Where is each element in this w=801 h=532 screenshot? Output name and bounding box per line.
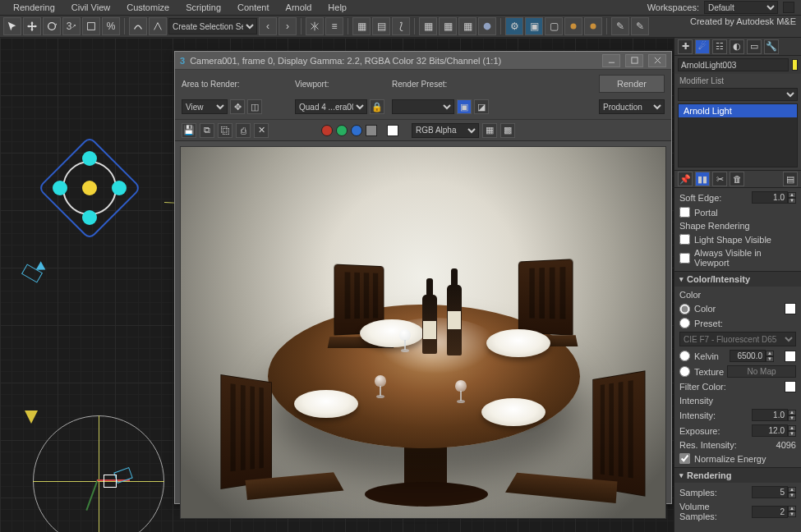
percent-snap-button[interactable]: %: [102, 17, 120, 35]
selection-prev-button[interactable]: ‹: [259, 17, 277, 35]
menu-customize[interactable]: Customize: [118, 2, 177, 13]
mirror-button[interactable]: [306, 17, 324, 35]
maximize-button[interactable]: [625, 54, 643, 67]
texture-radio[interactable]: [679, 366, 690, 377]
rotate-button[interactable]: [43, 17, 61, 35]
viewport-lock-button[interactable]: 🔒: [370, 99, 384, 114]
move-button[interactable]: [23, 17, 41, 35]
spinner-up[interactable]: ▲: [788, 410, 796, 415]
selection-set-dropdown[interactable]: Create Selection Se: [168, 18, 257, 34]
region-edit-button[interactable]: ✥: [230, 99, 245, 114]
menu-scripting[interactable]: Scripting: [177, 2, 229, 13]
modify-tab[interactable]: ☄: [695, 39, 710, 54]
channel-dropdown[interactable]: RGB Alpha: [412, 123, 479, 138]
spinner-down[interactable]: ▼: [788, 198, 796, 204]
color-radio[interactable]: [679, 304, 690, 314]
remove-modifier-button[interactable]: 🗑: [730, 172, 744, 186]
menu-rendering[interactable]: Rendering: [5, 2, 63, 13]
color-intensity-rollout-header[interactable]: ▾Color/Intensity: [674, 272, 801, 287]
make-unique-button[interactable]: ✂: [712, 172, 727, 186]
hierarchy-tab[interactable]: ☷: [712, 39, 727, 54]
align-button[interactable]: ≡: [325, 17, 343, 35]
rendering-rollout-header[interactable]: ▾Rendering: [674, 468, 801, 483]
kelvin-spinner[interactable]: [730, 350, 766, 362]
soft-edge-spinner[interactable]: [752, 191, 788, 204]
area-to-render-dropdown[interactable]: View: [182, 99, 228, 114]
transform-gizmo[interactable]: [33, 415, 164, 532]
render-frame-button[interactable]: ▣: [525, 17, 543, 35]
motion-tab[interactable]: ◐: [730, 39, 744, 54]
copy-image-button[interactable]: ⧉: [200, 123, 214, 138]
spinner-up[interactable]: ▲: [788, 192, 796, 198]
exposure-spinner[interactable]: [752, 424, 788, 437]
spinner-down[interactable]: ▼: [788, 431, 796, 437]
rendered-image[interactable]: [180, 146, 666, 519]
selection-next-button[interactable]: ›: [279, 17, 297, 35]
show-end-result-button[interactable]: ▮▮: [695, 172, 710, 186]
grid-b-button[interactable]: ▦: [439, 17, 457, 35]
region-auto-button[interactable]: ◫: [247, 99, 262, 114]
preset-b-button[interactable]: ◪: [474, 99, 489, 114]
viewport-dropdown[interactable]: Quad 4 ...era001: [295, 99, 367, 114]
spinner-up[interactable]: ▲: [788, 425, 796, 431]
render-window-titlebar[interactable]: 3 Camera001, frame 0, Display Gamma: 2.2…: [175, 52, 671, 70]
preset-select[interactable]: CIE F7 - Fluorescent D65: [679, 332, 796, 346]
render-production-button[interactable]: [564, 17, 582, 35]
kelvin-radio[interactable]: [679, 351, 690, 361]
always-visible-checkbox[interactable]: [679, 253, 690, 264]
render-setup-button[interactable]: ⚙: [505, 17, 523, 35]
layer-explorer-button[interactable]: ▦: [352, 17, 371, 35]
grid-a-button[interactable]: ▦: [419, 17, 437, 35]
samples-spinner[interactable]: [752, 486, 788, 498]
toggle-overlay-a-button[interactable]: ▦: [482, 123, 497, 138]
spinner-up[interactable]: ▲: [788, 487, 796, 493]
spinner-down[interactable]: ▼: [788, 415, 796, 421]
menu-civil-view[interactable]: Civil View: [63, 2, 118, 13]
green-channel-toggle[interactable]: [336, 125, 348, 136]
save-image-button[interactable]: 💾: [182, 123, 196, 138]
spinner-down[interactable]: ▼: [788, 493, 796, 498]
filter-color-swatch[interactable]: [785, 381, 796, 392]
red-channel-toggle[interactable]: [321, 125, 333, 136]
render-button[interactable]: Render: [599, 75, 665, 93]
modifier-list-dropdown[interactable]: [678, 88, 798, 101]
intensity-spinner[interactable]: [752, 409, 788, 421]
light-shape-visible-checkbox[interactable]: [679, 234, 690, 245]
kelvin-swatch[interactable]: [785, 351, 796, 362]
snap-toggle-button[interactable]: [129, 17, 147, 35]
minimize-button[interactable]: [602, 54, 620, 67]
material-editor-button[interactable]: [478, 17, 496, 35]
close-button[interactable]: [648, 54, 666, 67]
utilities-tab[interactable]: 🔧: [764, 39, 779, 54]
spinner-down[interactable]: ▼: [766, 356, 774, 362]
workspaces-dropdown[interactable]: Default: [704, 1, 778, 14]
portal-checkbox[interactable]: [679, 207, 690, 218]
preset-a-button[interactable]: ▣: [457, 99, 472, 114]
modifier-stack[interactable]: Arnold Light: [678, 103, 798, 167]
configure-sets-button[interactable]: ▤: [783, 172, 798, 186]
menu-content[interactable]: Content: [229, 2, 278, 13]
alpha-channel-toggle[interactable]: [387, 125, 398, 136]
menu-arnold[interactable]: Arnold: [278, 2, 320, 13]
schematic-view-button[interactable]: ▤: [372, 17, 390, 35]
color-swatch[interactable]: [785, 303, 796, 314]
preset-dropdown[interactable]: [392, 99, 454, 114]
grid-c-button[interactable]: ▦: [458, 17, 476, 35]
print-button[interactable]: ⎙: [236, 123, 251, 138]
paint-button[interactable]: ✎: [611, 17, 629, 35]
spinner-down[interactable]: ▼: [788, 511, 796, 517]
object-name-field[interactable]: [678, 58, 789, 71]
angle-snap-button[interactable]: [149, 17, 167, 35]
volume-samples-spinner[interactable]: [752, 506, 788, 518]
pin-stack-button[interactable]: 📌: [678, 172, 693, 186]
display-tab[interactable]: ▭: [747, 39, 762, 54]
normalize-energy-checkbox[interactable]: [679, 453, 690, 464]
modifier-stack-item[interactable]: Arnold Light: [679, 104, 797, 117]
object-color-swatch[interactable]: [792, 59, 798, 71]
workspaces-lock-button[interactable]: [783, 2, 794, 13]
spinner-up[interactable]: ▲: [788, 506, 796, 511]
clear-button[interactable]: ✕: [254, 123, 269, 138]
blue-channel-toggle[interactable]: [351, 125, 362, 136]
mono-channel-toggle[interactable]: [366, 125, 377, 136]
render-iterate-button[interactable]: [584, 17, 602, 35]
